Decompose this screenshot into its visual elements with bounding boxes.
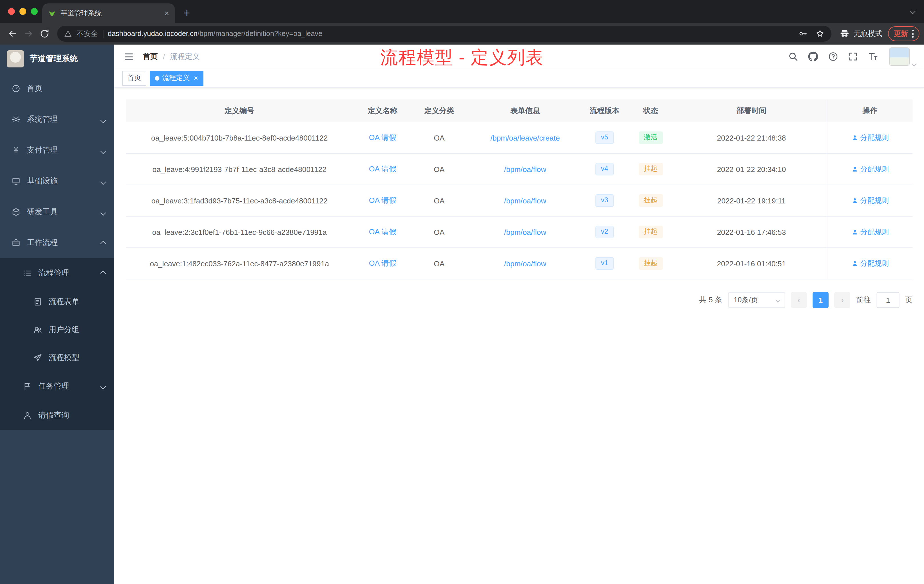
definition-name-link[interactable]: OA 请假 (369, 195, 396, 206)
yen-icon (12, 146, 21, 155)
window-controls (8, 8, 38, 15)
breadcrumb-home[interactable]: 首页 (143, 51, 158, 62)
sidebar-item-payment[interactable]: 支付管理 (0, 135, 114, 166)
assign-rule-link[interactable]: 分配规则 (851, 196, 889, 205)
fullscreen-icon[interactable] (848, 51, 858, 62)
assign-rule-link[interactable]: 分配规则 (851, 164, 889, 174)
form-link[interactable]: /bpm/oa/leave/create (490, 134, 560, 142)
breadcrumb-current: 流程定义 (170, 51, 200, 62)
goto-page-input[interactable] (876, 292, 899, 308)
zoom-window-button[interactable] (31, 8, 38, 15)
sidebar-item-system[interactable]: 系统管理 (0, 104, 114, 135)
sidebar-item-label: 系统管理 (27, 114, 58, 125)
definition-category: OA (412, 154, 466, 185)
menu-dots-icon[interactable] (912, 30, 914, 38)
user-menu[interactable] (889, 48, 916, 66)
avatar[interactable] (889, 48, 910, 66)
minimize-window-button[interactable] (20, 8, 26, 15)
definition-name-link[interactable]: OA 请假 (369, 164, 396, 174)
sidebar-item-task-management[interactable]: 任务管理 (0, 371, 114, 401)
deploy-time: 2022-01-22 21:48:38 (676, 122, 827, 153)
assign-rule-link[interactable]: 分配规则 (851, 259, 889, 268)
definition-category: OA (412, 122, 466, 153)
definition-id: oa_leave:4:991f2193-7b7f-11ec-a3c8-acde4… (126, 154, 353, 185)
assign-rule-link[interactable]: 分配规则 (851, 227, 889, 237)
browser-toolbar: 不安全 dashboard.yudao.iocoder.cn/bpm/manag… (0, 23, 924, 45)
sidebar-item-label: 任务管理 (38, 381, 69, 391)
sidebar-logo[interactable]: 芋道管理系统 (0, 45, 114, 73)
close-window-button[interactable] (8, 8, 15, 15)
definition-category: OA (412, 216, 466, 247)
form-link[interactable]: /bpm/oa/flow (504, 165, 546, 173)
password-key-icon[interactable] (798, 29, 807, 38)
assign-rule-link[interactable]: 分配规则 (851, 133, 889, 143)
tab-search-chevron-icon[interactable] (911, 5, 915, 15)
back-button[interactable] (5, 26, 21, 42)
table-header: 定义编号 定义名称 定义分类 表单信息 流程版本 状态 部署时间 操作 (126, 99, 912, 122)
logo-avatar (7, 50, 24, 68)
form-link[interactable]: /bpm/oa/flow (504, 228, 546, 236)
definition-category: OA (412, 185, 466, 216)
dashboard-icon (12, 84, 21, 93)
prev-page-button[interactable]: ‹ (791, 292, 807, 308)
definition-name-link[interactable]: OA 请假 (369, 133, 396, 143)
total-count: 共 5 条 (699, 295, 722, 305)
search-icon[interactable] (788, 51, 798, 62)
chevron-down-icon (101, 115, 105, 124)
not-secure-warning-icon (64, 30, 72, 38)
definition-id: oa_leave:1:482ec033-762a-11ec-8477-a2380… (126, 248, 353, 279)
next-page-button[interactable]: › (834, 292, 850, 308)
assign-rule-label: 分配规则 (860, 259, 889, 268)
sidebar-toggle-button[interactable] (122, 50, 135, 63)
url-host: dashboard.yudao.iocoder.cn (108, 30, 198, 38)
tag-close-icon[interactable]: × (194, 74, 198, 82)
update-browser-button[interactable]: 更新 (888, 26, 919, 41)
assign-rule-label: 分配规则 (860, 227, 889, 237)
form-link[interactable]: /bpm/oa/flow (504, 259, 546, 268)
sidebar-item-process-form[interactable]: 流程表单 (0, 287, 114, 315)
sidebar-item-infrastructure[interactable]: 基础设施 (0, 166, 114, 196)
sidebar-item-user-group[interactable]: 用户分组 (0, 315, 114, 343)
tag-home[interactable]: 首页 (122, 71, 146, 86)
status-badge: 挂起 (639, 194, 663, 206)
tab-title: 芋道管理系统 (61, 8, 160, 18)
page-size-select[interactable]: 10条/页 (728, 292, 785, 308)
github-icon[interactable] (808, 51, 818, 62)
form-link[interactable]: /bpm/oa/flow (504, 196, 546, 205)
help-icon[interactable] (828, 51, 838, 62)
browser-tab[interactable]: 芋道管理系统 × (42, 3, 175, 23)
chevron-down-icon (776, 298, 780, 303)
definition-name-link[interactable]: OA 请假 (369, 227, 396, 237)
active-dot (155, 76, 159, 80)
status-badge: 挂起 (639, 163, 663, 175)
tab-close-icon[interactable]: × (165, 8, 169, 18)
sidebar-item-process-model[interactable]: 流程模型 (0, 343, 114, 371)
bookmark-star-icon[interactable] (815, 29, 825, 38)
omnibox-divider (102, 30, 103, 38)
new-tab-button[interactable]: + (178, 5, 195, 22)
page-1-button[interactable]: 1 (813, 292, 828, 308)
definition-name-link[interactable]: OA 请假 (369, 258, 396, 269)
not-secure-label: 不安全 (77, 29, 98, 39)
version-tag: v4 (595, 163, 614, 175)
address-bar[interactable]: 不安全 dashboard.yudao.iocoder.cn/bpm/manag… (57, 26, 832, 42)
site-favicon-icon (48, 9, 56, 17)
sidebar-item-devtools[interactable]: 研发工具 (0, 196, 114, 228)
forward-button[interactable] (21, 26, 36, 42)
sidebar-item-home[interactable]: 首页 (0, 73, 114, 104)
sidebar-item-workflow[interactable]: 工作流程 (0, 228, 114, 258)
chevron-down-icon (101, 177, 105, 185)
definition-id: oa_leave:3:1fad3d93-7b75-11ec-a3c8-acde4… (126, 185, 353, 216)
annotation-title: 流程模型 - 定义列表 (380, 46, 544, 70)
paper-plane-icon (33, 353, 42, 362)
sidebar-item-process-management[interactable]: 流程管理 (0, 258, 114, 287)
version-tag: v2 (595, 226, 614, 238)
tag-process-definition[interactable]: 流程定义 × (150, 71, 203, 86)
reload-button[interactable] (36, 26, 53, 42)
version-tag: v3 (595, 194, 614, 206)
sidebar-item-leave-query[interactable]: 请假查询 (0, 401, 114, 430)
font-size-icon[interactable] (868, 51, 878, 62)
content-panel: 定义编号 定义名称 定义分类 表单信息 流程版本 状态 部署时间 操作 oa_l… (114, 88, 924, 584)
column-header: 定义分类 (412, 99, 466, 122)
chevron-down-icon (101, 146, 105, 155)
